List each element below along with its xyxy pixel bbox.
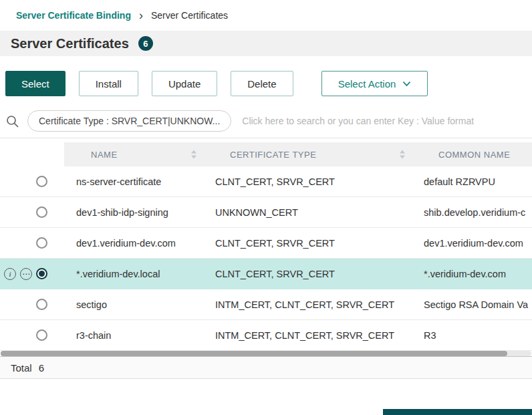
count-badge: 6	[138, 36, 153, 51]
horizontal-scrollbar[interactable]	[1, 351, 531, 356]
bottom-panel-edge	[383, 409, 532, 415]
table-row[interactable]: ns-server-certificate CLNT_CERT, SRVR_CE…	[0, 166, 532, 197]
cell-radio	[0, 166, 64, 197]
sort-icons-certificate-type[interactable]	[400, 150, 405, 159]
title-bar: Server Certificates 6	[0, 31, 532, 56]
total-value: 6	[39, 362, 44, 374]
cell-name: dev1.veridium-dev.com	[64, 228, 203, 259]
table-row[interactable]: sectigo INTM_CERT, CLNT_CERT, SRVR_CERT …	[0, 289, 532, 320]
breadcrumb-current: Server Certificates	[151, 10, 228, 21]
column-header-common-name[interactable]: COMMON NAME	[412, 142, 532, 166]
table-row[interactable]: dev1-shib-idp-signing UNKNOWN_CERT shib.…	[0, 197, 532, 228]
column-header-name[interactable]: NAME	[64, 142, 203, 166]
breadcrumb-chevron-icon: ›	[139, 9, 143, 21]
search-icon	[5, 114, 19, 128]
table-row[interactable]: dev1.veridium-dev.com CLNT_CERT, SRVR_CE…	[0, 228, 532, 259]
row-radio[interactable]	[36, 237, 47, 249]
row-radio[interactable]	[36, 299, 47, 310]
certificates-table: NAME CERTIFICATE TYPE COMMON NAME	[0, 142, 532, 351]
total-label: Total	[11, 362, 32, 374]
row-radio[interactable]	[36, 206, 47, 218]
divider	[0, 138, 532, 138]
row-action-icons	[4, 268, 32, 280]
select-action-label: Select Action	[338, 78, 396, 90]
table-row[interactable]: r3-chain INTM_CERT, CLNT_CERT, SRVR_CERT…	[0, 320, 532, 351]
cell-name: sectigo	[64, 289, 203, 320]
install-button[interactable]: Install	[79, 71, 138, 96]
breadcrumb-link-server-certificate-binding[interactable]: Server Certificate Binding	[16, 10, 131, 21]
select-action-dropdown[interactable]: Select Action	[321, 71, 428, 96]
cell-name: *.veridium-dev.local	[64, 259, 203, 289]
total-row: Total 6	[0, 356, 532, 379]
select-button[interactable]: Select	[5, 71, 65, 96]
search-bar[interactable]: Certificate Type : SRVR_CERT|UNKNOW... C…	[0, 110, 532, 132]
page-title: Server Certificates	[11, 36, 129, 51]
search-placeholder: Click here to search or you can enter Ke…	[242, 116, 474, 126]
cell-radio	[0, 259, 64, 289]
cell-certificate-type: CLNT_CERT, SRVR_CERT	[203, 228, 412, 259]
column-header-certificate-type-label: CERTIFICATE TYPE	[230, 150, 316, 160]
cell-certificate-type: UNKNOWN_CERT	[203, 197, 412, 228]
column-header-name-label: NAME	[91, 150, 118, 160]
toolbar: Select Install Update Delete Select Acti…	[0, 71, 532, 96]
column-header-certificate-type[interactable]: CERTIFICATE TYPE	[203, 142, 412, 166]
cell-name: dev1-shib-idp-signing	[64, 197, 203, 228]
row-ellipsis-icon[interactable]	[20, 268, 32, 280]
cell-common-name: shib.develop.veridium-c	[412, 197, 532, 228]
horizontal-scrollbar-thumb[interactable]	[1, 351, 507, 356]
cell-common-name: R3	[412, 320, 532, 351]
cell-name: ns-server-certificate	[64, 166, 203, 197]
cell-common-name: Sectigo RSA Domain Va	[412, 289, 532, 320]
cell-name: r3-chain	[64, 320, 203, 351]
table-row[interactable]: *.veridium-dev.local CLNT_CERT, SRVR_CER…	[0, 259, 532, 289]
cell-certificate-type: CLNT_CERT, SRVR_CERT	[203, 259, 412, 289]
cell-certificate-type: INTM_CERT, CLNT_CERT, SRVR_CERT	[203, 289, 412, 320]
row-radio[interactable]	[36, 176, 47, 187]
delete-button[interactable]: Delete	[231, 71, 293, 96]
row-radio[interactable]	[36, 329, 47, 341]
row-radio[interactable]	[36, 268, 47, 279]
update-button[interactable]: Update	[152, 71, 217, 96]
server-certificates-page: Server Certificate Binding › Server Cert…	[0, 0, 532, 415]
breadcrumb: Server Certificate Binding › Server Cert…	[0, 0, 532, 31]
cell-certificate-type: INTM_CERT, CLNT_CERT, SRVR_CERT	[203, 320, 412, 351]
row-info-icon[interactable]	[4, 268, 16, 280]
cell-common-name: *.veridium-dev.com	[412, 259, 532, 289]
radio-column-header	[0, 142, 64, 166]
chevron-down-icon	[402, 81, 411, 87]
sort-icons-name[interactable]	[191, 150, 196, 159]
cell-certificate-type: CLNT_CERT, SRVR_CERT	[203, 166, 412, 197]
table-header-row: NAME CERTIFICATE TYPE COMMON NAME	[0, 142, 532, 166]
cell-common-name: dev1.veridium-dev.com	[412, 228, 532, 259]
table-body: ns-server-certificate CLNT_CERT, SRVR_CE…	[0, 166, 532, 351]
cell-radio	[0, 197, 64, 228]
cell-radio	[0, 228, 64, 259]
cell-common-name: default RZRVPU	[412, 166, 532, 197]
cell-radio	[0, 320, 64, 351]
filter-chip[interactable]: Certificate Type : SRVR_CERT|UNKNOW...	[27, 110, 231, 132]
cell-radio	[0, 289, 64, 320]
column-header-common-name-label: COMMON NAME	[438, 150, 510, 160]
